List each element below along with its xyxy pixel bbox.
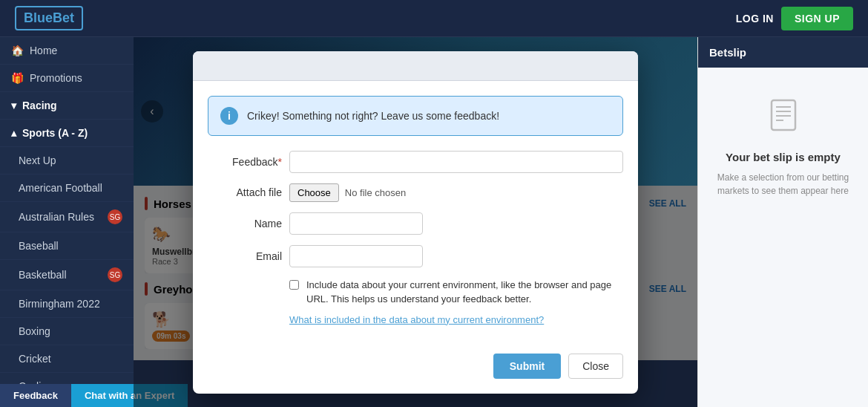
modal-body: i Crikey! Something not right? Leave us … — [193, 81, 638, 354]
betslip-header: Betslip — [698, 37, 868, 68]
sidebar-item-american-football[interactable]: American Football — [0, 175, 134, 202]
env-link[interactable]: What is included in the data about my cu… — [289, 314, 623, 325]
info-box: i Crikey! Something not right? Leave us … — [208, 96, 623, 136]
sidebar-item-racing[interactable]: ▾ Racing — [0, 92, 134, 120]
no-file-text: No file chosen — [345, 187, 406, 198]
sidebar-item-australian-rules[interactable]: Australian Rules SG — [0, 202, 134, 232]
logo-bet: Bet — [53, 10, 74, 25]
checkbox-label: Include data about your current environm… — [306, 278, 623, 307]
sg-badge: SG — [108, 209, 122, 224]
layout: 🏠 Home 🎁 Promotions ▾ Racing ▴ Sports (A… — [0, 37, 868, 407]
betslip-empty-title: Your bet slip is empty — [726, 151, 841, 163]
env-data-checkbox[interactable] — [289, 280, 299, 290]
login-button[interactable]: LOG IN — [736, 13, 774, 25]
sidebar: 🏠 Home 🎁 Promotions ▾ Racing ▴ Sports (A… — [0, 37, 134, 407]
sidebar-item-label: Baseball — [19, 240, 59, 252]
submit-button[interactable]: Submit — [493, 354, 561, 379]
sidebar-item-label: Racing — [22, 100, 57, 111]
sidebar-item-label: Birmingham 2022 — [19, 298, 100, 310]
sidebar-item-label: Basketball — [19, 269, 67, 281]
name-row: Name — [208, 212, 623, 235]
email-label: Email — [208, 250, 282, 262]
name-input[interactable] — [289, 212, 423, 235]
modal-top-bar — [193, 51, 638, 81]
signup-button[interactable]: SIGN UP — [781, 7, 853, 30]
name-label: Name — [208, 218, 282, 229]
sidebar-item-home[interactable]: 🏠 Home — [0, 37, 134, 65]
email-input[interactable] — [289, 245, 423, 267]
sg-badge: SG — [108, 267, 122, 282]
file-input-wrapper: Choose No file chosen — [289, 183, 406, 202]
main-content: IFL ‹ Horses SEE ALL 🐎 Muswellbroo Race … — [134, 37, 697, 407]
env-data-row: Include data about your current environm… — [289, 278, 623, 307]
feedback-modal: i Crikey! Something not right? Leave us … — [193, 51, 638, 394]
info-icon: i — [220, 107, 238, 125]
sidebar-item-boxing[interactable]: Boxing — [0, 318, 134, 345]
sidebar-item-label: Home — [30, 45, 57, 56]
chevron-down-icon: ▾ — [11, 100, 16, 111]
attach-file-label: Attach file — [208, 186, 282, 198]
promotions-icon: 🎁 — [11, 72, 24, 84]
betslip-empty-sub: Make a selection from our betting market… — [713, 171, 853, 198]
sidebar-item-label: Australian Rules — [19, 211, 94, 223]
betslip-empty: Your bet slip is empty Make a selection … — [698, 68, 868, 227]
sidebar-item-label: Cricket — [19, 353, 51, 365]
feedback-label: Feedback* — [208, 156, 282, 168]
modal-overlay: i Crikey! Something not right? Leave us … — [134, 37, 697, 407]
sidebar-item-label: Boxing — [19, 325, 50, 337]
sidebar-item-next-up[interactable]: Next Up — [0, 147, 134, 175]
sidebar-item-label: American Football — [19, 182, 102, 194]
sidebar-item-label: Promotions — [30, 72, 82, 84]
header: BlueBet LOG IN SIGN UP — [0, 0, 868, 37]
feedback-row: Feedback* — [208, 151, 623, 173]
email-row: Email — [208, 245, 623, 267]
feedback-input[interactable] — [289, 151, 623, 173]
home-icon: 🏠 — [11, 45, 24, 56]
sidebar-item-baseball[interactable]: Baseball — [0, 232, 134, 260]
sidebar-item-basketball[interactable]: Basketball SG — [0, 260, 134, 290]
sidebar-item-promotions[interactable]: 🎁 Promotions — [0, 65, 134, 92]
logo: BlueBet — [15, 6, 83, 30]
choose-file-button[interactable]: Choose — [289, 183, 339, 202]
modal-footer: Submit Close — [193, 354, 638, 394]
betslip: Betslip Your bet slip is empty Make a se… — [697, 37, 868, 407]
sidebar-item-cricket[interactable]: Cricket — [0, 345, 134, 373]
sidebar-item-label: Next Up — [19, 154, 56, 166]
header-right: LOG IN SIGN UP — [736, 7, 853, 30]
info-message: Crikey! Something not right? Leave us so… — [247, 110, 499, 122]
sidebar-item-label: Sports (A - Z) — [22, 127, 88, 139]
sidebar-item-birmingham[interactable]: Birmingham 2022 — [0, 290, 134, 318]
sidebar-item-sports[interactable]: ▴ Sports (A - Z) — [0, 120, 134, 147]
betslip-empty-icon — [766, 97, 801, 140]
attach-file-row: Attach file Choose No file chosen — [208, 183, 623, 202]
chevron-up-icon: ▴ — [11, 127, 16, 139]
feedback-tab[interactable]: Feedback — [0, 384, 71, 407]
logo-blue: Blue — [24, 10, 53, 25]
close-button[interactable]: Close — [568, 354, 623, 379]
